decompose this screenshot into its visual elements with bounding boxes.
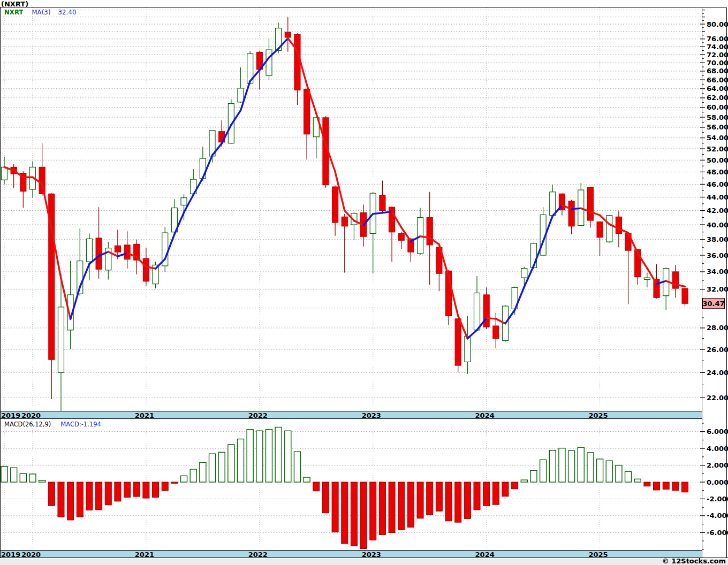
- macd-bar[interactable]: [616, 465, 622, 482]
- macd-bar[interactable]: [634, 479, 641, 482]
- macd-bar[interactable]: [492, 482, 499, 505]
- macd-bar[interactable]: [370, 482, 376, 540]
- candle-down[interactable]: [682, 288, 688, 303]
- macd-bar[interactable]: [124, 482, 131, 497]
- candle-down[interactable]: [285, 32, 291, 37]
- macd-bar[interactable]: [407, 482, 414, 527]
- macd-bar[interactable]: [654, 482, 660, 490]
- macd-bar[interactable]: [351, 482, 357, 546]
- macd-bar[interactable]: [474, 482, 480, 510]
- macd-bar[interactable]: [322, 482, 329, 513]
- macd-bar[interactable]: [313, 482, 320, 491]
- candle-down[interactable]: [115, 246, 120, 252]
- macd-bar[interactable]: [417, 482, 423, 518]
- macd-bar[interactable]: [360, 482, 367, 549]
- candle-down[interactable]: [304, 89, 310, 134]
- macd-bar[interactable]: [587, 453, 594, 482]
- candle-down[interactable]: [332, 187, 338, 223]
- macd-bar[interactable]: [67, 482, 74, 520]
- candle-down[interactable]: [398, 233, 404, 240]
- macd-bar[interactable]: [115, 482, 121, 501]
- candle-up[interactable]: [465, 337, 471, 362]
- macd-bar[interactable]: [682, 482, 688, 492]
- candle-down[interactable]: [672, 272, 678, 288]
- macd-bar[interactable]: [162, 482, 168, 491]
- macd-bar[interactable]: [39, 480, 46, 482]
- macd-bar[interactable]: [275, 427, 282, 482]
- macd-bar[interactable]: [389, 482, 395, 532]
- macd-bar[interactable]: [483, 482, 490, 506]
- candle-up[interactable]: [474, 293, 480, 330]
- macd-bar[interactable]: [181, 476, 187, 482]
- macd-bar[interactable]: [266, 430, 272, 482]
- macd-bar[interactable]: [294, 452, 300, 482]
- candle-down[interactable]: [124, 245, 130, 259]
- candle-down[interactable]: [143, 258, 149, 281]
- candle-up[interactable]: [58, 307, 64, 373]
- macd-bar[interactable]: [427, 482, 433, 515]
- macd-bar[interactable]: [304, 477, 310, 482]
- macd-bar[interactable]: [597, 459, 603, 482]
- candle-up[interactable]: [521, 269, 527, 278]
- macd-bar[interactable]: [644, 482, 650, 486]
- macd-bar[interactable]: [247, 430, 253, 482]
- macd-bar[interactable]: [256, 431, 263, 482]
- macd-bar[interactable]: [153, 482, 159, 497]
- candle-up[interactable]: [644, 278, 650, 279]
- candle-down[interactable]: [380, 195, 385, 211]
- macd-bar[interactable]: [578, 447, 584, 482]
- macd-bar[interactable]: [625, 471, 632, 482]
- macd-bar[interactable]: [171, 482, 178, 483]
- macd-bar[interactable]: [77, 482, 83, 517]
- macd-bar[interactable]: [209, 454, 216, 482]
- candle-up[interactable]: [606, 216, 612, 242]
- candle-down[interactable]: [568, 201, 574, 226]
- macd-bar[interactable]: [133, 482, 140, 497]
- candle-up[interactable]: [550, 192, 556, 216]
- candle-down[interactable]: [597, 222, 603, 238]
- candle-down[interactable]: [616, 217, 621, 233]
- macd-bar[interactable]: [606, 461, 612, 482]
- macd-bar[interactable]: [436, 482, 442, 511]
- macd-bar[interactable]: [549, 451, 556, 482]
- macd-bar[interactable]: [11, 468, 17, 482]
- macd-bar[interactable]: [398, 482, 405, 530]
- candle-up[interactable]: [86, 239, 92, 262]
- macd-bar[interactable]: [228, 445, 234, 482]
- macd-bar[interactable]: [512, 482, 518, 489]
- chart-canvas[interactable]: 2019202020212022202320242025201920202021…: [0, 0, 728, 565]
- macd-bar[interactable]: [521, 480, 527, 482]
- macd-bar[interactable]: [663, 482, 669, 489]
- macd-bar[interactable]: [1, 467, 7, 482]
- macd-bar[interactable]: [379, 482, 385, 535]
- macd-bar[interactable]: [143, 482, 149, 498]
- macd-bar[interactable]: [342, 482, 348, 544]
- candle-down[interactable]: [427, 218, 433, 245]
- candle-down[interactable]: [587, 187, 593, 220]
- macd-bar[interactable]: [58, 482, 64, 517]
- macd-bar[interactable]: [530, 470, 537, 482]
- candle-up[interactable]: [266, 50, 272, 75]
- macd-bar[interactable]: [200, 462, 206, 482]
- macd-bar[interactable]: [218, 452, 225, 482]
- macd-bar[interactable]: [20, 474, 26, 482]
- candle-down[interactable]: [294, 34, 300, 90]
- macd-bar[interactable]: [105, 482, 111, 505]
- macd-bar[interactable]: [29, 474, 36, 482]
- macd-bar[interactable]: [464, 482, 471, 518]
- candle-down[interactable]: [493, 326, 499, 339]
- macd-bar[interactable]: [540, 460, 547, 482]
- macd-bar[interactable]: [238, 439, 244, 482]
- macd-bar[interactable]: [672, 482, 679, 491]
- candle-up[interactable]: [2, 167, 7, 180]
- candle-up[interactable]: [181, 198, 187, 205]
- candle-up[interactable]: [238, 88, 244, 102]
- macd-bar[interactable]: [48, 482, 55, 506]
- candle-down[interactable]: [96, 238, 102, 269]
- macd-bar[interactable]: [445, 482, 452, 521]
- macd-bar[interactable]: [190, 469, 196, 482]
- macd-bar[interactable]: [96, 482, 102, 510]
- macd-bar[interactable]: [568, 451, 575, 482]
- macd-bar[interactable]: [332, 482, 338, 532]
- macd-bar[interactable]: [502, 482, 509, 497]
